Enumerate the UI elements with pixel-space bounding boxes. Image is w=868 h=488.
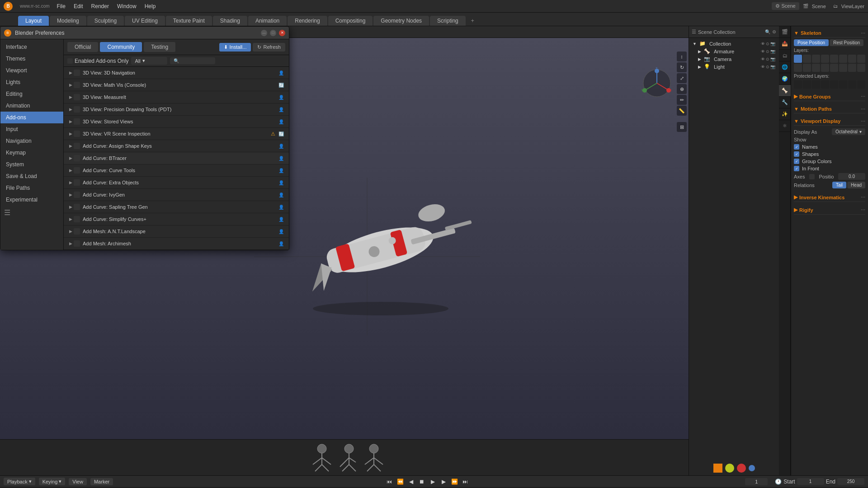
addon-checkbox[interactable] <box>74 216 80 222</box>
shapes-checkbox[interactable]: ✓ <box>794 151 799 157</box>
layer-4[interactable] <box>821 55 829 63</box>
enabled-only-filter[interactable]: Enabled Add-ons Only <box>67 58 128 64</box>
expand-icon[interactable]: ▶ <box>67 82 74 88</box>
world-props-icon[interactable]: 🌍 <box>779 73 791 85</box>
pref-nav-system[interactable]: System <box>0 159 63 170</box>
prot-layer-7[interactable] <box>848 80 856 89</box>
layer-7[interactable] <box>848 55 856 63</box>
playback-menu[interactable]: Playback ▾ <box>4 478 35 485</box>
layer-15[interactable] <box>848 64 856 72</box>
tab-testing[interactable]: Testing <box>144 42 175 52</box>
pose-position-button[interactable]: Pose Position <box>794 39 829 46</box>
start-frame-input[interactable]: 1 <box>797 478 824 485</box>
eye-icon[interactable]: 👁 <box>761 49 765 54</box>
prot-layer-1[interactable] <box>794 80 802 89</box>
addon-checkbox[interactable] <box>74 143 80 149</box>
expand-icon[interactable]: ▶ <box>67 106 74 113</box>
keying-menu[interactable]: Keying ▾ <box>39 478 66 485</box>
addon-checkbox[interactable] <box>74 167 80 174</box>
menu-help[interactable]: Help <box>141 2 160 10</box>
tab-texture-paint[interactable]: Texture Paint <box>166 16 212 26</box>
pref-nav-input[interactable]: Input <box>0 123 63 135</box>
scale-icon[interactable]: ⤢ <box>677 73 687 83</box>
scene-collection-root[interactable]: ▼ 📁 Collection 👁 ⊙ 📷 <box>689 40 779 47</box>
tab-compositing[interactable]: Compositing <box>328 16 373 26</box>
menu-edit[interactable]: Edit <box>70 2 87 10</box>
play-button[interactable]: ▶ <box>428 477 437 486</box>
layer-14[interactable] <box>839 64 847 72</box>
view-layer-props-icon[interactable]: 🗂 <box>779 50 791 61</box>
skeleton-header[interactable]: ▼ Skeleton ⋯ <box>794 29 865 38</box>
pref-nav-save-load[interactable]: Save & Load <box>0 170 63 182</box>
addon-item[interactable]: ▶ 3D View: Precision Drawing Tools (PDT)… <box>64 103 289 116</box>
object-data-props-icon[interactable]: 🦴 <box>779 85 791 97</box>
addon-item[interactable]: ▶ 3D View: MeasureIt 👤 <box>64 91 289 103</box>
render-props-icon[interactable]: 🎬 <box>779 26 791 38</box>
stop-button[interactable]: ⏹ <box>417 477 426 486</box>
render-icon[interactable]: 📷 <box>770 42 775 46</box>
layer-16[interactable] <box>857 64 865 72</box>
tab-modeling[interactable]: Modeling <box>50 16 86 26</box>
addon-item[interactable]: ▶ Add Curve: Simplify Curves+ 👤 <box>64 213 289 225</box>
modifier-props-icon[interactable]: 🔧 <box>779 97 791 108</box>
outliner-camera[interactable]: ▶ 📷 Camera 👁 ⊙ 📷 <box>689 55 779 63</box>
pref-nav-lights[interactable]: Lights <box>0 76 63 88</box>
viewport-display-header[interactable]: ▼ Viewport Display ⋯ <box>794 117 865 126</box>
in-front-checkbox[interactable]: ✓ <box>794 166 799 171</box>
outliner-armature[interactable]: ▶ 🦴 Armature 👁 ⊙ 📷 <box>689 47 779 55</box>
expand-icon[interactable]: ▶ <box>67 167 74 174</box>
tail-button[interactable]: Tail <box>832 182 846 188</box>
rigify-header[interactable]: ▶ Rigify ⋯ <box>794 206 865 215</box>
jump-next-keyframe-button[interactable]: ⏩ <box>450 477 459 486</box>
addon-item[interactable]: ▶ Add Curve: Assign Shape Keys 👤 <box>64 140 289 152</box>
move-icon[interactable]: ↕ <box>677 52 687 61</box>
expand-icon[interactable]: ▶ <box>67 118 74 125</box>
expand-icon[interactable]: ▶ <box>67 192 74 198</box>
prot-layer-8[interactable] <box>857 80 865 89</box>
addon-checkbox[interactable] <box>74 179 80 186</box>
addon-checkbox[interactable] <box>74 106 80 113</box>
tab-animation[interactable]: Animation <box>248 16 287 26</box>
layer-13[interactable] <box>830 64 838 72</box>
addon-item[interactable]: ▶ 3D View: VR Scene Inspection ⚠ 🔄 <box>64 128 289 140</box>
addon-item[interactable]: ▶ 3D View: 3D Navigation 👤 <box>64 67 289 79</box>
names-checkbox[interactable]: ✓ <box>794 144 799 150</box>
tab-geometry-nodes[interactable]: Geometry Nodes <box>373 16 429 26</box>
addon-checkbox[interactable] <box>74 94 80 100</box>
addon-checkbox[interactable] <box>74 131 80 137</box>
addon-checkbox[interactable] <box>74 228 80 235</box>
outliner-light[interactable]: ▶ 💡 Light 👁 ⊙ 📷 <box>689 63 779 70</box>
current-frame-input[interactable]: 1 <box>745 478 768 485</box>
pref-nav-viewport[interactable]: Viewport <box>0 65 63 76</box>
motion-paths-header[interactable]: ▼ Motion Paths ⋯ <box>794 105 865 113</box>
render-icon[interactable]: 📷 <box>770 65 775 69</box>
expand-icon[interactable]: ▶ <box>67 155 74 161</box>
pref-nav-interface[interactable]: Interface <box>0 41 63 53</box>
jump-end-button[interactable]: ⏭ <box>461 477 470 486</box>
pref-nav-keymap[interactable]: Keymap <box>0 147 63 159</box>
menu-render[interactable]: Render <box>88 2 113 10</box>
tab-community[interactable]: Community <box>100 42 142 52</box>
cursor-icon[interactable]: ⊙ <box>766 65 769 69</box>
render-icon[interactable]: 📷 <box>770 49 775 54</box>
expand-icon[interactable]: ▶ <box>67 204 74 210</box>
pref-nav-editing[interactable]: Editing <box>0 88 63 100</box>
add-workspace-tab[interactable]: + <box>467 16 479 26</box>
tab-uv-editing[interactable]: UV Editing <box>125 16 165 26</box>
physics-props-icon[interactable]: ⚛ <box>779 120 791 132</box>
tab-sculpting[interactable]: Sculpting <box>87 16 124 26</box>
close-button[interactable]: ✕ <box>279 30 285 36</box>
next-frame-button[interactable]: ▶ <box>439 477 448 486</box>
particles-props-icon[interactable]: ✨ <box>779 108 791 120</box>
layer-1[interactable] <box>794 55 802 63</box>
tab-official[interactable]: Official <box>67 42 98 52</box>
layer-11[interactable] <box>812 64 820 72</box>
bone-groups-header[interactable]: ▶ Bone Groups ⋯ <box>794 92 865 101</box>
cursor-icon[interactable]: ⊙ <box>766 49 769 54</box>
marker-menu[interactable]: Marker <box>90 478 113 485</box>
addon-checkbox[interactable] <box>74 192 80 198</box>
addon-item[interactable]: ▶ Add Mesh: Archimesh 👤 <box>64 238 289 250</box>
addon-checkbox[interactable] <box>74 118 80 125</box>
tab-rendering[interactable]: Rendering <box>288 16 327 26</box>
rotate-icon[interactable]: ↻ <box>677 62 687 72</box>
